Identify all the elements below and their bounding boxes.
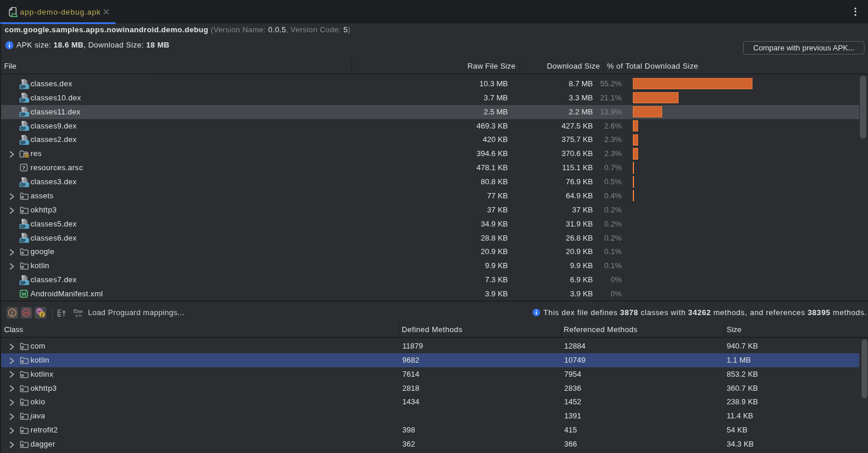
svg-text:f: f (11, 310, 14, 316)
svg-text:M: M (22, 290, 26, 297)
svg-text:?: ? (22, 164, 26, 171)
svg-text:m: m (24, 310, 29, 316)
svg-text:a.b: a.b (75, 313, 82, 318)
